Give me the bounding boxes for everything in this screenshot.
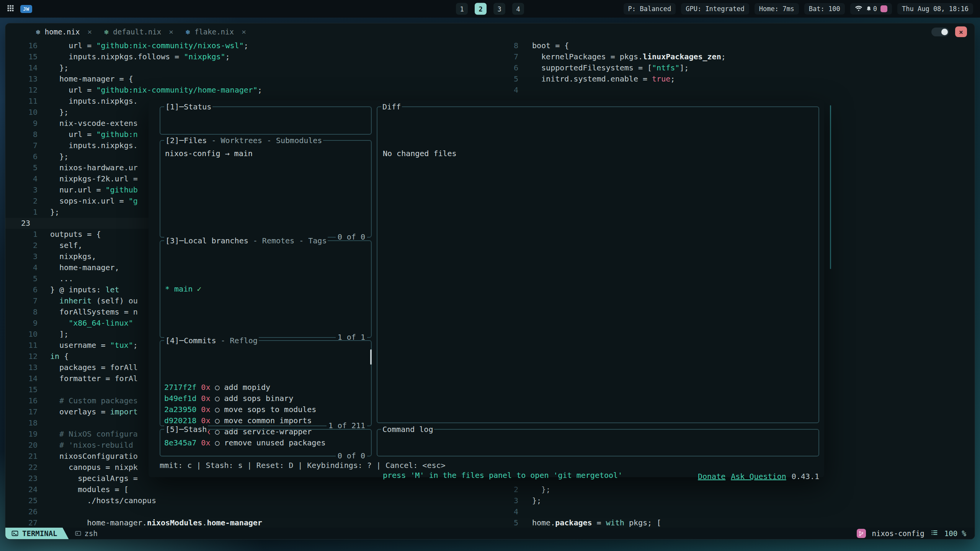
commit-row[interactable]: 2717f2f 0x ○ add mopidy <box>164 382 371 393</box>
line-text: home.packages = with pkgs; [ <box>532 518 661 527</box>
power-profile-label: P: Balanced <box>628 5 671 13</box>
power-profile-indicator: P: Balanced <box>624 3 676 15</box>
commits-scrollbar[interactable] <box>370 349 372 365</box>
line-text: }; <box>50 63 69 72</box>
line-number: 3 <box>5 251 38 262</box>
app-badge[interactable]: JW <box>20 5 32 13</box>
system-tray: 0 <box>850 3 892 15</box>
panel-title-status: [1]─Status <box>164 101 212 112</box>
lazygit-panel-commits[interactable]: [4]─Commits - Reflog 2717f2f 0x ○ add mo… <box>160 340 372 426</box>
donate-link[interactable]: Donate <box>698 472 725 481</box>
line-text: home-manager, <box>50 263 119 272</box>
line-number: 4 <box>492 85 518 96</box>
workspace-button-4[interactable]: 4 <box>512 3 524 15</box>
commit-graph-node: ○ <box>215 383 224 392</box>
line-text: self, <box>50 241 82 250</box>
editor-line: 8boot = { <box>492 40 726 51</box>
line-number: 16 <box>5 40 38 51</box>
line-number: 2 <box>5 196 38 207</box>
ask-question-link[interactable]: Ask Question <box>731 472 786 481</box>
keybindings-hint: mmit: c | Stash: s | Reset: D | Keybindi… <box>160 460 446 471</box>
line-text: formatter = forAl <box>50 374 138 383</box>
line-text: nixosConfiguratio <box>50 452 138 461</box>
window-controls: × <box>931 26 975 37</box>
line-number: 18 <box>5 417 38 429</box>
line-number: 9 <box>5 318 38 329</box>
workspace-button-3[interactable]: 3 <box>493 3 505 15</box>
workspace-button-1[interactable]: 1 <box>456 3 468 15</box>
lazygit-panel-command-log[interactable]: Command log press 'M' in the files panel… <box>377 429 819 456</box>
tab-close-icon[interactable]: × <box>87 27 92 36</box>
commit-graph-node: ○ <box>215 416 224 425</box>
editor-line: 27 home-manager.nixosModules.home-manage… <box>5 517 262 528</box>
workspaces: 1234 <box>456 3 524 15</box>
line-number: 1 <box>5 229 38 240</box>
tab-close-icon[interactable]: × <box>169 27 173 36</box>
line-number: 22 <box>5 462 38 473</box>
editor-pane-right-top[interactable]: 8boot = {7 kernelPackages = pkgs.linuxPa… <box>492 40 726 96</box>
panel-title-commits: [4]─Commits - Reflog <box>164 335 259 346</box>
color-swatch-icon[interactable] <box>880 5 887 12</box>
lines-icon <box>931 529 938 538</box>
nix-snowflake-icon: ❄ <box>36 28 40 36</box>
line-text: home-manager = { <box>50 74 133 83</box>
line-text: home-manager.nixosModules.home-manager <box>50 518 262 527</box>
commit-hash: 2a23950 <box>164 405 196 414</box>
line-number: 12 <box>5 85 38 96</box>
lazygit-panel-stash[interactable]: [5]─Stash 0 of 0 <box>160 429 372 456</box>
apps-grid-icon[interactable] <box>7 5 14 13</box>
commit-author: 0x <box>196 394 215 403</box>
tab-default.nix[interactable]: ❄default.nix× <box>104 27 173 36</box>
scroll-percent: 100 % <box>944 529 966 538</box>
notifications-button[interactable]: 0 <box>866 5 877 13</box>
bell-icon <box>866 6 872 12</box>
line-number: 14 <box>5 62 38 73</box>
line-number: 5 <box>492 73 518 85</box>
line-number: 5 <box>5 162 38 173</box>
panel-title-branches: [3]─Local branches - Remotes - Tags <box>164 235 328 246</box>
lazygit-panel-files[interactable]: [2]─Files - Worktrees - Submodules 0 of … <box>160 140 372 238</box>
scrollbar-indicator[interactable] <box>830 105 831 269</box>
tab-home.nix[interactable]: ❄home.nix× <box>36 27 92 36</box>
line-text: modules = [ <box>50 485 129 494</box>
gpu-label: GPU: Integrated <box>686 5 745 13</box>
commit-hash: b49ef1d <box>164 394 196 403</box>
line-number: 14 <box>5 373 38 384</box>
line-number: 12 <box>5 351 38 362</box>
tab-close-icon[interactable]: × <box>242 27 246 36</box>
line-number: 19 <box>5 429 38 440</box>
branch-row[interactable]: * main✓ <box>160 274 371 295</box>
line-number: 7 <box>5 140 38 151</box>
line-number: 3 <box>5 184 38 196</box>
line-number: 8 <box>5 306 38 318</box>
lazygit-panel-diff[interactable]: Diff No changed files <box>377 106 819 423</box>
line-number: 10 <box>5 107 38 118</box>
line-text: outputs = { <box>50 230 101 239</box>
editor-line: 7 kernelPackages = pkgs.linuxPackages_ze… <box>492 51 726 62</box>
commit-row[interactable]: 2a23950 0x ○ move sops to modules <box>164 404 371 415</box>
tab-bar: ❄home.nix×❄default.nix×❄flake.nix× × <box>5 23 975 40</box>
lazygit-panel-status[interactable]: [1]─Status nixos-config → main <box>160 106 372 135</box>
window-close-button[interactable]: × <box>955 26 967 37</box>
statusline: TERMINAL zsh nixos-config 100 % <box>5 528 975 539</box>
commit-row[interactable]: b49ef1d 0x ○ add sops binary <box>164 393 371 404</box>
line-number: 7 <box>5 295 38 306</box>
line-text: url = "github:nix-community/nixos-wsl"; <box>50 41 248 50</box>
panel-title-stash: [5]─Stash <box>164 424 208 435</box>
line-text: url = "github:n <box>50 130 138 139</box>
window-pin-toggle[interactable] <box>931 28 949 36</box>
line-text: in { <box>50 352 69 361</box>
shell-icon <box>75 530 81 536</box>
tab-flake.nix[interactable]: ❄flake.nix× <box>186 27 246 36</box>
commit-author: 0x <box>196 405 215 414</box>
mode-label: TERMINAL <box>22 529 57 538</box>
workspace-button-2[interactable]: 2 <box>475 3 487 15</box>
nix-snowflake-icon: ❄ <box>104 28 108 36</box>
editor-line: 13 home-manager = { <box>5 73 262 85</box>
wifi-icon[interactable] <box>855 5 862 13</box>
editor-line: 26 <box>5 506 262 517</box>
line-number: 8 <box>5 129 38 140</box>
line-number: 16 <box>5 395 38 406</box>
lazygit-panel-branches[interactable]: [3]─Local branches - Remotes - Tags * ma… <box>160 240 372 338</box>
lazygit-version: 0.43.1 <box>792 472 819 481</box>
